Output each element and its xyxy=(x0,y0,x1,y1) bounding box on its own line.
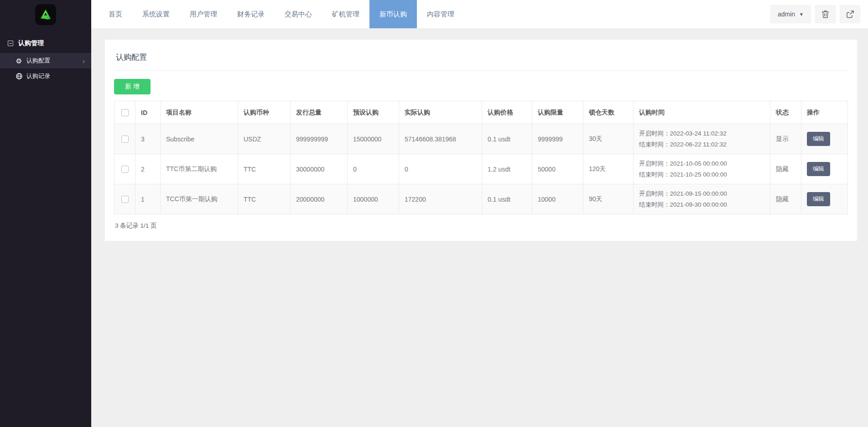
col-header-status: 状态 xyxy=(770,101,801,124)
sidebar-item-subscription-config[interactable]: ⚙ 认购配置 › xyxy=(0,53,91,68)
clear-cache-button[interactable] xyxy=(815,5,836,23)
cell-total: 30000000 xyxy=(291,154,348,184)
row-checkbox[interactable] xyxy=(121,196,129,203)
main-content: 认购配置 新 增 ID xyxy=(91,28,868,427)
cell-status: 隐藏 xyxy=(770,154,801,184)
cell-limit: 50000 xyxy=(532,154,583,184)
card-header: 认购配置 xyxy=(114,40,848,71)
edit-button[interactable]: 编辑 xyxy=(807,192,830,206)
cell-actions: 编辑 xyxy=(801,154,848,184)
logo-container xyxy=(0,0,91,29)
edit-button[interactable]: 编辑 xyxy=(807,162,830,176)
content-column: 首页 系统设置 用户管理 财务记录 交易中心 矿机管理 新币认购 内容管理 ad… xyxy=(91,0,868,427)
time-start: 开启时间：2021-10-05 00:00:00 xyxy=(639,158,764,169)
cell-actual: 172200 xyxy=(399,184,482,214)
app-logo[interactable] xyxy=(35,4,56,25)
nav-item-finance-records[interactable]: 财务记录 xyxy=(227,0,275,28)
table-row: 1 TCC币第一期认购 TTC 20000000 1000000 172200 … xyxy=(114,184,848,214)
cell-limit: 9999999 xyxy=(532,124,583,154)
subscription-config-card: 认购配置 新 增 ID xyxy=(105,40,857,241)
nav-item-system-settings[interactable]: 系统设置 xyxy=(132,0,180,28)
row-checkbox[interactable] xyxy=(121,135,129,143)
nav-item-content-management[interactable]: 内容管理 xyxy=(417,0,464,28)
record-count: 3 条记录 1/1 页 xyxy=(114,214,848,240)
cell-status: 显示 xyxy=(770,124,801,154)
cell-total: 999999999 xyxy=(291,124,348,154)
col-header-lock-days: 锁仓天数 xyxy=(583,101,634,124)
app-root: − 认购管理 ⚙ 认购配置 › 认购记录 xyxy=(0,0,868,427)
cell-total: 20000000 xyxy=(291,184,348,214)
table-row: 3 Subscribe USDZ 999999999 15000000 5714… xyxy=(114,124,848,154)
cell-price: 1.2 usdt xyxy=(482,154,532,184)
col-header-actual: 实际认购 xyxy=(399,101,482,124)
cell-id: 2 xyxy=(135,154,161,184)
table-header-row: ID 项目名称 认购币种 发行总量 预设认购 实际认购 认购价格 认购限量 锁仓… xyxy=(114,101,848,124)
collapse-minus-icon: − xyxy=(8,41,13,46)
select-all-checkbox[interactable] xyxy=(121,109,129,116)
cell-actual: 0 xyxy=(399,154,482,184)
nav-item-new-coin-subscription[interactable]: 新币认购 xyxy=(369,0,417,28)
nav-item-home[interactable]: 首页 xyxy=(99,0,132,28)
main-nav: 首页 系统设置 用户管理 财务记录 交易中心 矿机管理 新币认购 内容管理 xyxy=(99,0,464,28)
cell-preset: 15000000 xyxy=(348,124,399,154)
add-button[interactable]: 新 增 xyxy=(114,79,151,94)
top-navigation-bar: 首页 系统设置 用户管理 财务记录 交易中心 矿机管理 新币认购 内容管理 ad… xyxy=(91,0,868,28)
sidebar-item-subscription-records[interactable]: 认购记录 xyxy=(0,68,91,84)
table-row: 2 TTC币第二期认购 TTC 30000000 0 0 1.2 usdt 50… xyxy=(114,154,848,184)
col-header-coin: 认购币种 xyxy=(238,101,291,124)
col-header-total-issue: 发行总量 xyxy=(291,101,348,124)
time-start: 开启时间：2021-09-15 00:00:00 xyxy=(639,188,764,199)
export-icon xyxy=(846,10,854,18)
logout-button[interactable] xyxy=(840,5,860,23)
col-header-project-name: 项目名称 xyxy=(161,101,238,124)
cell-coin: USDZ xyxy=(238,124,291,154)
time-end: 结束时间：2021-10-25 00:00:00 xyxy=(639,169,764,180)
sidebar: − 认购管理 ⚙ 认购配置 › 认购记录 xyxy=(0,0,91,427)
trash-icon xyxy=(821,10,829,18)
cell-preset: 1000000 xyxy=(348,184,399,214)
cell-id: 3 xyxy=(135,124,161,154)
cell-preset: 0 xyxy=(348,154,399,184)
col-header-price: 认购价格 xyxy=(482,101,532,124)
admin-user-label: admin xyxy=(778,10,795,18)
cell-project-name: TTC币第二期认购 xyxy=(161,154,238,184)
chevron-right-icon: › xyxy=(83,57,85,65)
time-end: 结束时间：2021-09-30 00:00:00 xyxy=(639,199,764,210)
col-header-id: ID xyxy=(135,101,161,124)
time-end: 结束时间：2022-06-22 11:02:32 xyxy=(639,139,764,150)
subscription-table: ID 项目名称 认购币种 发行总量 预设认购 实际认购 认购价格 认购限量 锁仓… xyxy=(114,101,848,214)
page-title: 认购配置 xyxy=(116,52,846,62)
col-header-limit: 认购限量 xyxy=(532,101,583,124)
sidebar-item-label: 认购记录 xyxy=(26,72,50,80)
edit-button[interactable]: 编辑 xyxy=(807,132,830,146)
col-header-time: 认购时间 xyxy=(634,101,770,124)
cell-time: 开启时间：2021-09-15 00:00:00 结束时间：2021-09-30… xyxy=(634,184,770,214)
row-checkbox[interactable] xyxy=(121,166,129,173)
cell-actual: 57146608.381968 xyxy=(399,124,482,154)
table-toolbar: 新 增 xyxy=(114,71,848,101)
sidebar-section-subscription[interactable]: − 认购管理 xyxy=(0,35,91,53)
cell-lock-days: 90天 xyxy=(583,184,634,214)
cell-time: 开启时间：2021-10-05 00:00:00 结束时间：2021-10-25… xyxy=(634,154,770,184)
sidebar-section-label: 认购管理 xyxy=(18,39,44,47)
cell-lock-days: 120天 xyxy=(583,154,634,184)
cell-project-name: Subscribe xyxy=(161,124,238,154)
nav-item-miner-management[interactable]: 矿机管理 xyxy=(322,0,369,28)
cell-time: 开启时间：2022-03-24 11:02:32 结束时间：2022-06-22… xyxy=(634,124,770,154)
col-header-preset: 预设认购 xyxy=(348,101,399,124)
cell-actions: 编辑 xyxy=(801,184,848,214)
green-a-logo-icon xyxy=(38,7,53,22)
cell-project-name: TCC币第一期认购 xyxy=(161,184,238,214)
cell-price: 0.1 usdt xyxy=(482,184,532,214)
nav-item-trade-center[interactable]: 交易中心 xyxy=(275,0,322,28)
cell-limit: 10000 xyxy=(532,184,583,214)
caret-down-icon: ▼ xyxy=(799,12,804,17)
cell-lock-days: 30天 xyxy=(583,124,634,154)
nav-item-user-management[interactable]: 用户管理 xyxy=(180,0,227,28)
admin-user-dropdown[interactable]: admin ▼ xyxy=(770,5,811,23)
topbar-right-actions: admin ▼ xyxy=(770,0,868,28)
cell-coin: TTC xyxy=(238,154,291,184)
cell-actions: 编辑 xyxy=(801,124,848,154)
gear-icon: ⚙ xyxy=(16,57,22,64)
cell-id: 1 xyxy=(135,184,161,214)
